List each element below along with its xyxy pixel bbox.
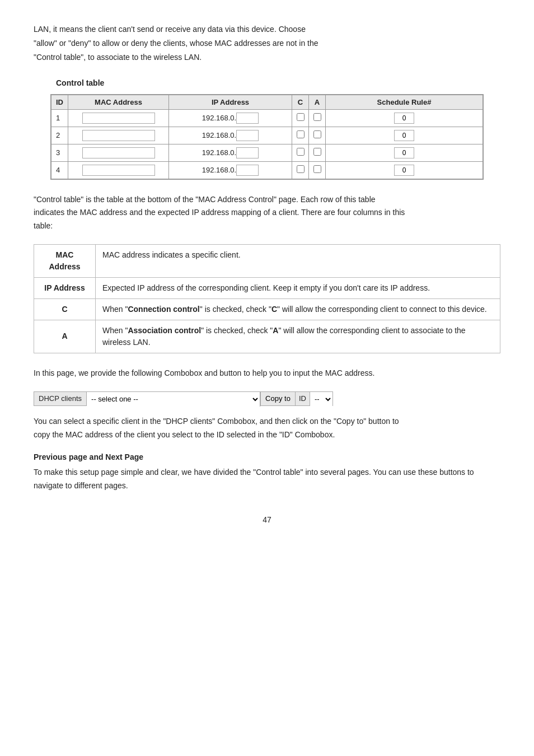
intro-line1: LAN, it means the client can't send or r… <box>34 22 500 36</box>
row1-mac-input[interactable] <box>82 113 155 124</box>
row4-mac-input[interactable] <box>82 165 155 176</box>
row3-id: 3 <box>51 144 68 161</box>
desc-row-ip: IP Address Expected IP address of the co… <box>34 277 500 298</box>
dhcp-clients-label: DHCP clients <box>34 392 87 405</box>
row2-ip-prefix: 192.168.0. <box>202 131 236 139</box>
row2-schedule-cell <box>326 127 483 144</box>
row4-schedule-input[interactable] <box>394 165 414 176</box>
row1-schedule-cell <box>326 109 483 127</box>
row1-c-cell <box>292 109 309 127</box>
desc-c-desc: When "Connection control" is checked, ch… <box>96 298 500 320</box>
description-section: "Control table" is the table at the bott… <box>34 193 500 233</box>
table-row: 1 192.168.0. <box>51 109 483 127</box>
row3-c-checkbox[interactable] <box>297 148 305 156</box>
row3-mac-input[interactable] <box>82 147 155 158</box>
intro-section: LAN, it means the client can't send or r… <box>34 22 500 65</box>
table-row: 3 192.168.0. <box>51 144 483 161</box>
col-id: ID <box>51 95 68 109</box>
col-schedule: Schedule Rule# <box>326 95 483 109</box>
intro-line3: "Control table", to associate to the wir… <box>34 50 500 64</box>
desc-row-mac: MAC Address MAC address indicates a spec… <box>34 244 500 277</box>
row4-id: 4 <box>51 161 68 179</box>
row3-ip-cell: 192.168.0. <box>169 144 292 161</box>
table-row: 2 192.168.0. <box>51 127 483 144</box>
row4-ip-prefix: 192.168.0. <box>202 166 236 174</box>
combobox-wrapper: DHCP clients -- select one -- Copy to ID… <box>34 391 333 406</box>
row4-a-checkbox[interactable] <box>313 165 321 173</box>
row2-id: 2 <box>51 127 68 144</box>
row2-c-checkbox[interactable] <box>297 130 305 138</box>
combobox-desc-line2: copy the MAC address of the client you s… <box>34 428 500 442</box>
row1-schedule-input[interactable] <box>394 113 414 124</box>
combobox-intro: In this page, we provide the following C… <box>34 367 500 380</box>
row3-schedule-input[interactable] <box>394 147 414 158</box>
control-table-title: Control table <box>56 78 500 87</box>
col-ip: IP Address <box>169 95 292 109</box>
combobox-container: DHCP clients -- select one -- Copy to ID… <box>34 391 500 406</box>
desc-mac-label: MAC Address <box>34 244 96 277</box>
desc-c-label: C <box>34 298 96 320</box>
col-mac: MAC Address <box>68 95 169 109</box>
row4-mac-cell <box>68 161 169 179</box>
row4-ip-input[interactable] <box>236 165 259 176</box>
desc-table: MAC Address MAC address indicates a spec… <box>34 244 500 353</box>
desc-ip-label: IP Address <box>34 277 96 298</box>
desc-mac-desc: MAC address indicates a specific client. <box>96 244 500 277</box>
row3-a-cell <box>309 144 326 161</box>
prev-next-desc: To make this setup page simple and clear… <box>34 466 500 493</box>
id-label: ID <box>296 392 310 405</box>
row2-ip-cell: 192.168.0. <box>169 127 292 144</box>
row1-ip-prefix: 192.168.0. <box>202 114 236 122</box>
row1-mac-cell <box>68 109 169 127</box>
row1-a-checkbox[interactable] <box>313 113 321 121</box>
row3-ip-prefix: 192.168.0. <box>202 148 236 157</box>
combobox-intro-text: In this page, we provide the following C… <box>34 367 500 380</box>
row2-ip-input[interactable] <box>236 130 259 141</box>
control-table-wrapper: ID MAC Address IP Address C A Schedule R… <box>50 94 484 180</box>
table-row: 4 192.168.0. <box>51 161 483 179</box>
page-footer: 47 <box>34 515 500 524</box>
desc-line1: "Control table" is the table at the bott… <box>34 193 500 207</box>
control-table: ID MAC Address IP Address C A Schedule R… <box>51 95 483 179</box>
row2-schedule-input[interactable] <box>394 130 414 141</box>
row2-mac-input[interactable] <box>82 130 155 141</box>
row1-id: 1 <box>51 109 68 127</box>
combobox-desc-line1: You can select a specific client in the … <box>34 415 500 428</box>
row3-mac-cell <box>68 144 169 161</box>
intro-line2: "allow" or "deny" to allow or deny the c… <box>34 36 500 50</box>
prev-next-section: Previous page and Next Page To make this… <box>34 452 500 493</box>
desc-row-c: C When "Connection control" is checked, … <box>34 298 500 320</box>
combobox-description: You can select a specific client in the … <box>34 415 500 442</box>
page-number: 47 <box>263 515 271 524</box>
row3-a-checkbox[interactable] <box>313 148 321 156</box>
desc-row-a: A When "Association control" is checked,… <box>34 320 500 353</box>
row3-c-cell <box>292 144 309 161</box>
row4-schedule-cell <box>326 161 483 179</box>
desc-a-label: A <box>34 320 96 353</box>
row4-ip-cell: 192.168.0. <box>169 161 292 179</box>
desc-ip-desc: Expected IP address of the corresponding… <box>96 277 500 298</box>
row2-c-cell <box>292 127 309 144</box>
copy-to-button[interactable]: Copy to <box>260 392 296 405</box>
row4-c-cell <box>292 161 309 179</box>
row1-a-cell <box>309 109 326 127</box>
row3-schedule-cell <box>326 144 483 161</box>
dhcp-clients-select[interactable]: -- select one -- <box>87 392 260 407</box>
desc-a-desc: When "Association control" is checked, c… <box>96 320 500 353</box>
desc-line2: indicates the MAC address and the expect… <box>34 206 500 220</box>
desc-line3: table: <box>34 220 500 233</box>
prev-next-title: Previous page and Next Page <box>34 452 500 461</box>
col-a: A <box>309 95 326 109</box>
row2-a-checkbox[interactable] <box>313 130 321 138</box>
row4-a-cell <box>309 161 326 179</box>
control-table-section: Control table ID MAC Address IP Address … <box>34 78 500 180</box>
row1-ip-cell: 192.168.0. <box>169 109 292 127</box>
row2-mac-cell <box>68 127 169 144</box>
row1-ip-input[interactable] <box>236 113 259 124</box>
row1-c-checkbox[interactable] <box>297 113 305 121</box>
row4-c-checkbox[interactable] <box>297 165 305 173</box>
row2-a-cell <box>309 127 326 144</box>
col-c: C <box>292 95 309 109</box>
row3-ip-input[interactable] <box>236 147 259 158</box>
id-select[interactable]: -- <box>310 392 332 407</box>
